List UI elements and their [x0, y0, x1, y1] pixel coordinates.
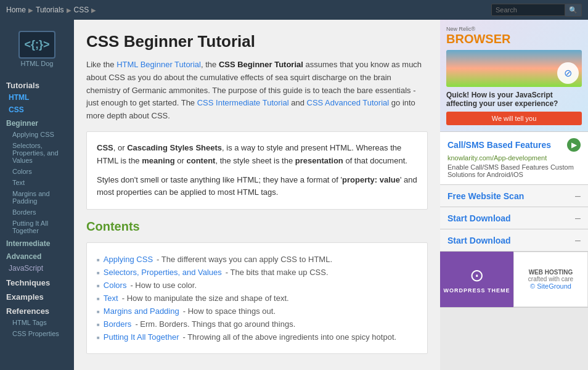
search-input[interactable] [491, 4, 565, 16]
sidebar-subitem-text[interactable]: Text [0, 177, 74, 188]
sidebar-section-techniques[interactable]: Techniques [0, 274, 74, 289]
breadcrumb-sep-2: ▶ [67, 7, 71, 14]
sidebar-section-tutorials[interactable]: Tutorials [0, 77, 74, 91]
dropdown-free-scan[interactable]: Free Website Scan – [440, 185, 588, 207]
dropdown-start-download-1[interactable]: Start Download – [440, 207, 588, 229]
sidebar-subsection-beginner[interactable]: Beginner [0, 116, 74, 129]
sidebar-subitem-putting[interactable]: Putting It All Together [0, 218, 74, 236]
dropdown-start-download-1-arrow: – [575, 213, 581, 224]
wordpress-ad[interactable]: ⊙ WORDPRESS THEME [440, 252, 513, 307]
browser-ad-header: New Relic® BROWSER [446, 26, 582, 46]
browser-ad: New Relic® BROWSER ⊘ Quick! How is your … [440, 20, 588, 132]
list-item: Putting It All Together - Throwing all o… [97, 331, 417, 343]
top-nav: Home ▶ Tutorials ▶ CSS ▶ 🔍 [0, 0, 588, 20]
css-advanced-link[interactable]: CSS Advanced Tutorial [307, 98, 390, 107]
contents-link-text[interactable]: Text [104, 294, 118, 303]
page-title: CSS Beginner Tutorial [86, 32, 428, 51]
call-sms-url: knowlarity.com/App-development [447, 154, 581, 162]
sidebar: <{;}> HTML Dog Tutorials HTML CSS Beginn… [0, 20, 74, 370]
new-relic-label: New Relic® [446, 26, 510, 32]
call-sms-header: Call/SMS Based Features ▶ [447, 138, 581, 152]
contents-link-margins[interactable]: Margins and Padding [104, 306, 179, 316]
call-sms-desc: Enable Call/SMS Based Features Custom So… [447, 163, 581, 178]
sidebar-item-javascript[interactable]: JavaScript [0, 262, 74, 274]
siteground-sub-text: crafted with care [528, 276, 573, 282]
contents-link-selectors[interactable]: Selectors, Properties, and Values [104, 268, 222, 277]
breadcrumb: Home ▶ Tutorials ▶ CSS ▶ [6, 6, 96, 14]
content-area: CSS Beginner Tutorial Like the HTML Begi… [74, 20, 440, 370]
property-value-bold: property: value [342, 175, 400, 184]
dropdown-free-scan-arrow: – [575, 191, 581, 202]
logo-text: HTML Dog [21, 60, 54, 67]
sidebar-subitem-colors[interactable]: Colors [0, 166, 74, 177]
call-sms-ad: Call/SMS Based Features ▶ knowlarity.com… [440, 132, 588, 185]
dropdown-start-download-2-arrow: – [575, 235, 581, 246]
list-item: Applying CSS - The different ways you ca… [97, 253, 417, 266]
list-item: Colors - How to use color. [97, 279, 417, 292]
sidebar-subitem-applying-css[interactable]: Applying CSS [0, 129, 74, 140]
browser-ad-image: ⊘ [446, 50, 582, 87]
wordpress-text: WORDPRESS THEME [443, 287, 510, 294]
sidebar-subitem-selectors[interactable]: Selectors, Properties, and Values [0, 140, 74, 166]
css-intermediate-link[interactable]: CSS Intermediate Tutorial [197, 98, 289, 107]
dropdown-start-download-2[interactable]: Start Download – [440, 229, 588, 252]
browser-ad-overlay: ⊘ [557, 62, 579, 84]
meaning-bold: meaning [142, 156, 174, 165]
wordpress-icon: ⊙ [470, 265, 484, 286]
call-sms-title[interactable]: Call/SMS Based Features [447, 140, 551, 150]
breadcrumb-sep-3: ▶ [91, 7, 96, 14]
sidebar-section-examples[interactable]: Examples [0, 289, 74, 303]
breadcrumb-home[interactable]: Home [6, 6, 26, 14]
sidebar-subitem-margins[interactable]: Margins and Padding [0, 188, 74, 207]
breadcrumb-css[interactable]: CSS [74, 6, 89, 14]
css-bold: CSS [97, 143, 113, 152]
sidebar-subsection-intermediate[interactable]: Intermediate [0, 236, 74, 249]
css-tutorial-bold: CSS Beginner Tutorial [219, 60, 303, 69]
dropdown-start-download-1-label: Start Download [447, 213, 511, 223]
main-layout: <{;}> HTML Dog Tutorials HTML CSS Beginn… [0, 20, 588, 370]
right-sidebar: New Relic® BROWSER ⊘ Quick! How is your … [440, 20, 588, 370]
logo-icon: <{;}> [18, 31, 55, 59]
dropdown-free-scan-label: Free Website Scan [447, 191, 524, 201]
breadcrumb-tutorials[interactable]: Tutorials [36, 6, 64, 14]
list-item: Borders - Erm. Borders. Things that go a… [97, 318, 417, 331]
list-item: Margins and Padding - How to space thing… [97, 305, 417, 318]
content-bold: content [186, 156, 215, 165]
html-tutorial-link[interactable]: HTML Beginner Tutorial [116, 60, 201, 69]
cascading-bold: Cascading Styles Sheets [127, 143, 222, 152]
presentation-bold: presentation [295, 156, 343, 165]
call-sms-arrow[interactable]: ▶ [567, 138, 581, 152]
search-box: 🔍 [491, 4, 582, 17]
contents-box: Applying CSS - The different ways you ca… [86, 242, 428, 354]
browser-ad-text: Quick! How is your JavaScript affecting … [446, 91, 582, 108]
definition-para2: Styles don't smell or taste anything lik… [97, 174, 417, 200]
siteground-ad[interactable]: WEB HOSTING crafted with care © SiteGrou… [513, 252, 588, 307]
siteground-top-text: WEB HOSTING [529, 269, 573, 276]
sidebar-subitem-html-tags[interactable]: HTML Tags [0, 317, 74, 328]
siteground-logo: © SiteGround [530, 282, 571, 290]
sidebar-item-html[interactable]: HTML [0, 91, 74, 104]
contents-link-putting[interactable]: Putting It All Together [104, 332, 179, 342]
browser-ad-button[interactable]: We will tell you [446, 112, 582, 125]
search-button[interactable]: 🔍 [565, 4, 582, 17]
definition-para1: CSS, or Cascading Styles Sheets, is a wa… [97, 142, 417, 168]
list-item: Selectors, Properties, and Values - The … [97, 266, 417, 279]
content-inner: CSS Beginner Tutorial Like the HTML Begi… [74, 20, 440, 370]
sidebar-subitem-borders[interactable]: Borders [0, 207, 74, 218]
bottom-ads: ⊙ WORDPRESS THEME WEB HOSTING crafted wi… [440, 252, 588, 308]
dropdown-start-download-2-label: Start Download [447, 236, 511, 245]
breadcrumb-sep-1: ▶ [28, 7, 33, 14]
browser-label: BROWSER [446, 32, 510, 46]
definition-box: CSS, or Cascading Styles Sheets, is a wa… [86, 131, 428, 210]
sidebar-logo: <{;}> HTML Dog [0, 26, 74, 72]
list-item: Text - How to manipulate the size and sh… [97, 292, 417, 305]
contents-link-applying[interactable]: Applying CSS [104, 255, 153, 264]
sidebar-subitem-css-properties[interactable]: CSS Properties [0, 328, 74, 339]
intro-paragraph: Like the HTML Beginner Tutorial, the CSS… [86, 59, 428, 123]
sidebar-subsection-advanced[interactable]: Advanced [0, 249, 74, 262]
contents-link-colors[interactable]: Colors [104, 281, 127, 290]
sidebar-item-css[interactable]: CSS [0, 104, 74, 116]
sidebar-section-references[interactable]: References [0, 303, 74, 317]
contents-title: Contents [86, 220, 428, 234]
contents-link-borders[interactable]: Borders [104, 319, 132, 329]
